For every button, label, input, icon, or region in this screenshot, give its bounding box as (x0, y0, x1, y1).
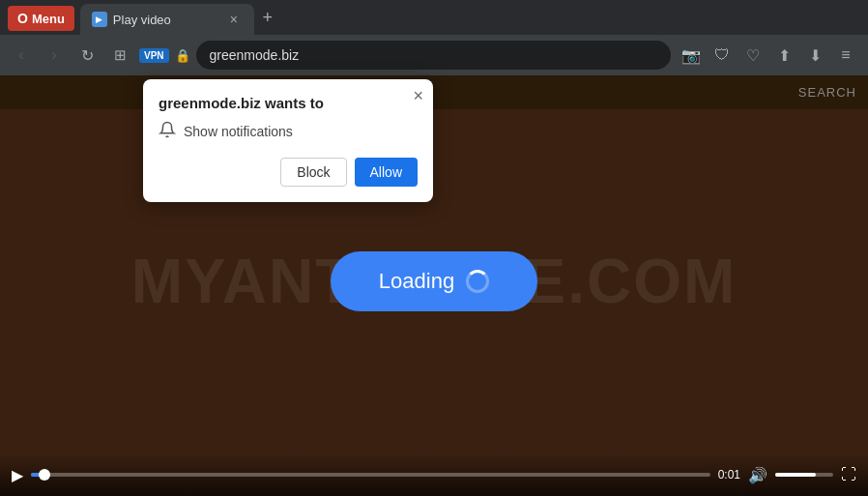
progress-thumb (39, 469, 50, 481)
menu-button[interactable]: O Menu (8, 6, 74, 31)
search-label: SEARCH (798, 85, 856, 100)
video-area: MYANTIWARE.COM Loading (0, 109, 868, 453)
tab-bar: O Menu ▶ Play video × + (0, 0, 868, 35)
flow-toolbar-button[interactable]: ⬆ (769, 41, 798, 70)
forward-icon: › (51, 46, 56, 64)
menu-label: Menu (32, 12, 65, 26)
page-content: SEARCH MYANTIWARE.COM Loading ▶ 0:01 🔊 ⛶ (0, 75, 868, 496)
url-input[interactable] (196, 41, 671, 70)
tab-grid-icon: ⊞ (114, 46, 127, 64)
opera-icon: O (17, 11, 28, 26)
play-icon: ▶ (12, 466, 23, 484)
block-button[interactable]: Block (280, 158, 346, 187)
popup-title: greenmode.biz wants to (159, 95, 418, 111)
address-bar: ‹ › ↻ ⊞ VPN 🔒 📷 🛡 ♡ ⬆ ⬇ (0, 35, 868, 75)
tab-close-button[interactable]: × (225, 11, 243, 28)
progress-bar[interactable] (31, 473, 710, 477)
toolbar-actions: 📷 🛡 ♡ ⬆ ⬇ ≡ (677, 41, 860, 70)
tab-grid-button[interactable]: ⊞ (106, 42, 133, 69)
loading-spinner (466, 270, 489, 293)
notification-popup: × greenmode.biz wants to Show notificati… (143, 79, 433, 202)
heart-icon: ♡ (746, 46, 760, 65)
permission-text: Show notifications (184, 124, 293, 139)
time-display: 0:01 (718, 468, 740, 481)
new-tab-button[interactable]: + (254, 4, 281, 31)
volume-bar[interactable] (775, 473, 833, 477)
back-icon: ‹ (18, 46, 23, 64)
back-button[interactable]: ‹ (8, 42, 35, 69)
notification-permission-icon (159, 121, 176, 142)
volume-fill (775, 473, 816, 477)
forward-button[interactable]: › (41, 42, 68, 69)
popup-permission-row: Show notifications (159, 121, 418, 142)
shield-toolbar-button[interactable]: 🛡 (708, 41, 737, 70)
loading-label: Loading (379, 269, 454, 294)
flow-icon: ⬆ (778, 46, 791, 65)
fullscreen-icon: ⛶ (841, 466, 856, 483)
tab-favicon: ▶ (92, 12, 107, 27)
menu-toolbar-button[interactable]: ≡ (831, 41, 860, 70)
popup-close-button[interactable]: × (413, 87, 423, 104)
browser-chrome: O Menu ▶ Play video × + ‹ › ↻ ⊞ VPN 🔒 📷 (0, 0, 868, 75)
download-icon: ⬇ (809, 46, 822, 65)
fullscreen-button[interactable]: ⛶ (841, 466, 856, 483)
volume-button[interactable]: 🔊 (748, 466, 767, 484)
volume-icon: 🔊 (748, 466, 767, 484)
popup-actions: Block Allow (159, 158, 418, 187)
lock-icon: 🔒 (175, 48, 190, 63)
hamburger-icon: ≡ (841, 46, 850, 64)
active-tab[interactable]: ▶ Play video × (80, 4, 254, 35)
camera-toolbar-button[interactable]: 📷 (677, 41, 706, 70)
reload-button[interactable]: ↻ (73, 42, 101, 69)
page-top-bar: SEARCH (0, 75, 868, 109)
play-button[interactable]: ▶ (12, 466, 23, 484)
camera-icon: 📷 (681, 46, 701, 65)
video-controls: ▶ 0:01 🔊 ⛶ (0, 453, 868, 496)
heart-toolbar-button[interactable]: ♡ (738, 41, 767, 70)
allow-button[interactable]: Allow (355, 158, 418, 187)
download-toolbar-button[interactable]: ⬇ (800, 41, 829, 70)
loading-button[interactable]: Loading (331, 251, 537, 311)
vpn-badge: VPN (139, 48, 169, 63)
reload-icon: ↻ (81, 46, 94, 65)
shield-icon: 🛡 (714, 46, 730, 64)
tab-title: Play video (113, 13, 219, 27)
